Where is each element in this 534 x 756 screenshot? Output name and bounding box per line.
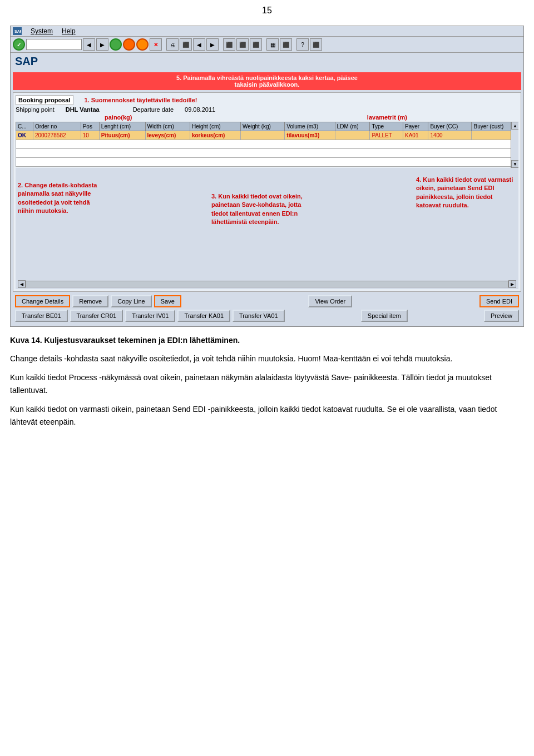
menu-help[interactable]: Help bbox=[62, 27, 76, 35]
cell-order-no: 2000278582 bbox=[33, 131, 81, 140]
col-ldm: LDM (m) bbox=[335, 122, 370, 131]
col-payer: Payer bbox=[403, 122, 428, 131]
change-details-button[interactable]: Change Details bbox=[15, 295, 70, 307]
toolbar-check-btn[interactable]: ✓ bbox=[13, 38, 25, 51]
toolbar-btn4[interactable]: ▶ bbox=[206, 38, 219, 51]
transfer-cr01-button[interactable]: Transfer CR01 bbox=[70, 310, 123, 322]
lavametrit-label: lavametrit (m) bbox=[367, 114, 407, 121]
table-row-empty-3 bbox=[16, 158, 518, 167]
sap-logo-icon: SAP bbox=[13, 27, 22, 35]
col-buyer-cc: Buyer (CC) bbox=[428, 122, 472, 131]
toolbar-green-btn1[interactable] bbox=[110, 38, 122, 51]
menu-system[interactable]: System bbox=[31, 27, 53, 35]
col-height: Height (cm) bbox=[190, 122, 240, 131]
transfer-be01-button[interactable]: Transfer BE01 bbox=[15, 310, 68, 322]
table-row-empty-2 bbox=[16, 149, 518, 158]
cell-width: leveys(cm) bbox=[145, 131, 190, 140]
col-volume: Volume (m3) bbox=[285, 122, 335, 131]
scroll-up-btn[interactable]: ▲ bbox=[511, 122, 518, 130]
toolbar-btn5[interactable]: ⬛ bbox=[223, 38, 235, 51]
scroll-track bbox=[511, 130, 518, 160]
body-text-2: Kun kaikki tiedot Process -näkymässä ova… bbox=[10, 371, 524, 396]
toolbar-btn11[interactable]: ⬛ bbox=[310, 38, 322, 51]
view-order-button[interactable]: View Order bbox=[308, 295, 352, 307]
annotation-3-text: 3. Kun kaikki tiedot ovat oikein, painet… bbox=[211, 192, 312, 227]
page-number: 15 bbox=[0, 0, 534, 20]
annotation-paino-lavametrit-row: paino(kg) lavametrit (m) bbox=[16, 114, 518, 121]
copy-line-button[interactable]: Copy Line bbox=[111, 295, 152, 307]
toolbar-btn7[interactable]: ⬛ bbox=[250, 38, 262, 51]
cell-c: OK bbox=[16, 131, 33, 140]
special-item-button[interactable]: Special item bbox=[361, 310, 408, 322]
buttons-row-2: Transfer BE01 Transfer CR01 Transfer IV0… bbox=[13, 310, 521, 324]
toolbar-help-btn[interactable]: ? bbox=[296, 38, 309, 51]
toolbar-btn6[interactable]: ⬛ bbox=[236, 38, 249, 51]
toolbar: ✓ ◀ ▶ ✕ 🖨 ⬛ ◀ ▶ ⬛ ⬛ ⬛ ▦ ⬛ ? ⬛ bbox=[11, 37, 523, 53]
table-header-row: C... Order no Pos Lenght (cm) Width (cm)… bbox=[16, 122, 518, 131]
cell-payer: KA01 bbox=[403, 131, 428, 140]
annotation-4-text: 4. Kun kaikki tiedot ovat varmasti oikei… bbox=[416, 176, 516, 210]
cell-buyer-cc: 1400 bbox=[428, 131, 472, 140]
sap-content-area: 5. Painamalla vihreästä nuolipainikkeest… bbox=[11, 70, 523, 326]
cell-type: PALLET bbox=[370, 131, 403, 140]
menu-bar: SAP System Help bbox=[11, 26, 523, 37]
toolbar-back-btn[interactable]: ◀ bbox=[83, 38, 95, 51]
cell-pos: 10 bbox=[81, 131, 99, 140]
booking-info-row: Shipping point DHL Vantaa Departure date… bbox=[16, 106, 518, 113]
annotation-5-banner: 5. Painamalla vihreästä nuolipainikkeest… bbox=[13, 72, 521, 90]
scroll-right-btn[interactable]: ▶ bbox=[508, 280, 516, 288]
table-wrapper: C... Order no Pos Lenght (cm) Width (cm)… bbox=[16, 122, 518, 168]
toolbar-btn2[interactable]: ⬛ bbox=[180, 38, 192, 51]
transfer-va01-button[interactable]: Transfer VA01 bbox=[233, 310, 285, 322]
cell-height: korkeus(cm) bbox=[190, 131, 240, 140]
scroll-left-btn[interactable]: ◀ bbox=[18, 280, 26, 288]
remove-button[interactable]: Remove bbox=[72, 295, 108, 307]
toolbar-forward-btn[interactable]: ▶ bbox=[96, 38, 108, 51]
col-type: Type bbox=[370, 122, 403, 131]
toolbar-grid-btn[interactable]: ▦ bbox=[266, 38, 279, 51]
annotation-2-text: 2. Change details-kohdasta painamalla sa… bbox=[18, 181, 107, 216]
vertical-scrollbar[interactable]: ▲ ▼ bbox=[511, 122, 518, 168]
cell-lenght: Pituus(cm) bbox=[99, 131, 145, 140]
table-row-empty-1 bbox=[16, 140, 518, 149]
caption-title: Kuva 14. Kuljestusvaraukset tekeminen ja… bbox=[10, 336, 524, 345]
scroll-track-h bbox=[26, 281, 508, 287]
col-width: Width (cm) bbox=[145, 122, 190, 131]
cell-ldm bbox=[335, 131, 370, 140]
preview-button[interactable]: Preview bbox=[484, 310, 519, 322]
booking-proposal-area: Booking proposal 1. Suomennokset täytett… bbox=[13, 92, 521, 292]
toolbar-input[interactable] bbox=[26, 39, 82, 50]
annotation-1-text: 1. Suomennokset täytettäville tiedoille! bbox=[85, 97, 197, 103]
toolbar-btn9[interactable]: ⬛ bbox=[280, 38, 292, 51]
col-pos: Pos bbox=[81, 122, 99, 131]
toolbar-x-btn[interactable]: ✕ bbox=[150, 38, 162, 51]
cell-volume: tilavuus(m3) bbox=[285, 131, 335, 140]
toolbar-btn3[interactable]: ◀ bbox=[193, 38, 205, 51]
buttons-row-1: Change Details Remove Copy Line Save Vie… bbox=[13, 293, 521, 310]
save-button[interactable]: Save bbox=[154, 295, 181, 307]
departure-value: 09.08.2011 bbox=[185, 106, 215, 113]
transfer-iv01-button[interactable]: Transfer IV01 bbox=[125, 310, 175, 322]
booking-title: Booking proposal bbox=[16, 95, 73, 105]
toolbar-orange-btn1[interactable] bbox=[123, 38, 135, 51]
table-row[interactable]: OK 2000278582 10 Pituus(cm) leveys(cm) k… bbox=[16, 131, 518, 140]
shipping-label: Shipping point bbox=[16, 106, 55, 113]
toolbar-orange-btn2[interactable] bbox=[136, 38, 149, 51]
body-text-3: Kun kaikki tiedot on varmasti oikein, pa… bbox=[10, 403, 524, 428]
booking-table: C... Order no Pos Lenght (cm) Width (cm)… bbox=[16, 122, 518, 167]
cell-weight bbox=[240, 131, 284, 140]
scroll-down-btn[interactable]: ▼ bbox=[511, 160, 518, 168]
transfer-ka01-button[interactable]: Transfer KA01 bbox=[177, 310, 230, 322]
sap-window: SAP System Help ✓ ◀ ▶ ✕ 🖨 ⬛ ◀ ▶ ⬛ ⬛ ⬛ ▦ … bbox=[10, 26, 524, 327]
toolbar-print-btn[interactable]: 🖨 bbox=[166, 38, 179, 51]
shipping-value: DHL Vantaa bbox=[66, 106, 100, 113]
svg-text:SAP: SAP bbox=[14, 29, 21, 33]
paino-label: paino(kg) bbox=[105, 114, 132, 121]
departure-label: Departure date bbox=[133, 106, 174, 113]
booking-header: Booking proposal 1. Suomennokset täytett… bbox=[16, 95, 518, 105]
send-edi-button[interactable]: Send EDI bbox=[479, 295, 519, 307]
caption-area: Kuva 14. Kuljestusvaraukset tekeminen ja… bbox=[0, 327, 534, 440]
col-order-no: Order no bbox=[33, 122, 81, 131]
horizontal-scrollbar[interactable]: ◀ ▶ bbox=[16, 279, 518, 289]
col-weight: Weight (kg) bbox=[240, 122, 284, 131]
